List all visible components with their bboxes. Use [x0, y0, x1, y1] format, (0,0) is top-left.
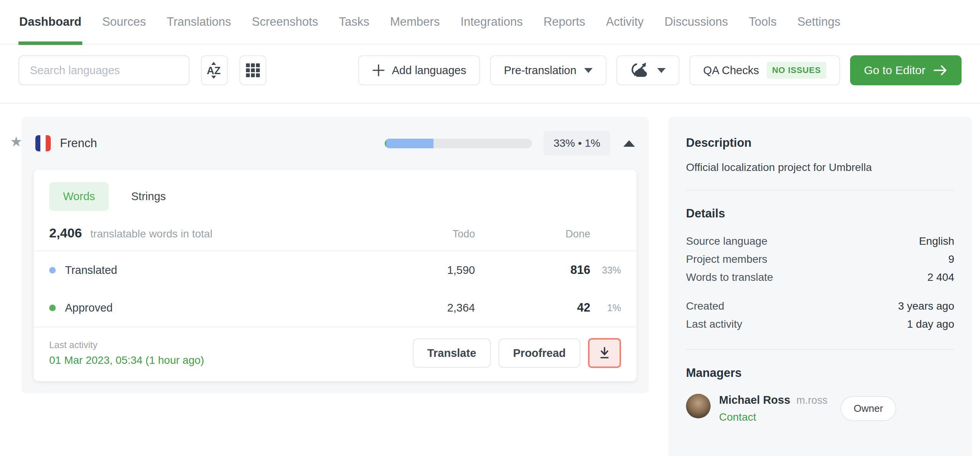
sort-alphabetical-button[interactable]: AZ	[201, 55, 228, 85]
progress-percent-chip: 33% • 1%	[543, 131, 610, 156]
stats-rows: Translated1,59081633%Approved2,364421%	[34, 251, 636, 327]
detail-row: Created3 years ago	[686, 297, 954, 315]
column-header-todo: Todo	[414, 228, 475, 240]
done-percent: 1%	[590, 302, 621, 313]
arrow-right-icon	[933, 65, 948, 76]
favorite-star-icon[interactable]: ★	[10, 134, 22, 150]
column-header-done: Done	[475, 228, 590, 240]
nav-tab-screenshots[interactable]: Screenshots	[251, 0, 319, 44]
nav-tab-tools[interactable]: Tools	[748, 0, 777, 44]
manager-name: Michael Ross	[719, 394, 790, 406]
az-sort-icon: AZ	[206, 61, 223, 79]
translate-button[interactable]: Translate	[413, 338, 491, 368]
todo-value: 1,590	[414, 264, 475, 277]
chevron-down-icon	[584, 68, 593, 73]
details-group-2: Created3 years agoLast activity1 day ago	[686, 297, 954, 333]
detail-label: Source language	[686, 235, 767, 247]
avatar	[686, 394, 711, 418]
language-name: French	[60, 136, 97, 150]
pre-translation-button[interactable]: Pre-translation	[490, 55, 606, 85]
nav-tab-tasks[interactable]: Tasks	[338, 0, 370, 44]
top-nav: DashboardSourcesTranslationsScreenshotsT…	[0, 0, 980, 45]
go-to-editor-label: Go to Editor	[864, 64, 925, 77]
detail-value: 3 years ago	[898, 300, 954, 312]
nav-tab-translations[interactable]: Translations	[166, 0, 232, 44]
project-info-panel: Description Official localization projec…	[668, 117, 972, 456]
stats-row: Translated1,59081633%	[34, 251, 636, 289]
detail-label: Created	[686, 300, 724, 312]
go-to-editor-button[interactable]: Go to Editor	[850, 55, 962, 85]
nav-tab-activity[interactable]: Activity	[605, 0, 644, 44]
toolbar: AZ Add languages Pre-translation	[18, 55, 962, 85]
total-words-number: 2,406	[49, 226, 82, 240]
language-row-header[interactable]: French 33% • 1%	[22, 117, 649, 170]
detail-row: Project members9	[686, 250, 954, 268]
detail-row: Source languageEnglish	[686, 232, 954, 250]
manager-info: Michael Ross m.ross Contact	[719, 394, 827, 423]
grid-view-icon	[246, 63, 260, 77]
description-text: Official localization project for Umbrel…	[686, 161, 954, 174]
download-button-highlighted[interactable]	[588, 338, 621, 368]
qa-checks-button[interactable]: QA Checks NO ISSUES	[689, 55, 840, 85]
nav-tab-members[interactable]: Members	[389, 0, 440, 44]
last-activity-label: Last activity	[49, 340, 204, 350]
details-group-1: Source languageEnglishProject members9Wo…	[686, 232, 954, 286]
status-label: Translated	[65, 264, 117, 277]
detail-label: Words to translate	[686, 271, 773, 284]
divider	[686, 349, 954, 350]
nav-tab-settings[interactable]: Settings	[797, 0, 841, 44]
total-words-caption: translatable words in total	[90, 228, 213, 240]
nav-tab-discussions[interactable]: Discussions	[664, 0, 729, 44]
manager-row: Michael Ross m.ross Contact Owner	[686, 394, 954, 423]
detail-value: 9	[948, 253, 954, 265]
detail-row: Last activity1 day ago	[686, 315, 954, 333]
done-percent: 33%	[590, 265, 621, 276]
detail-label: Project members	[686, 253, 767, 265]
france-flag-icon	[35, 135, 51, 151]
nav-tab-reports[interactable]: Reports	[543, 0, 586, 44]
details-title: Details	[686, 207, 954, 221]
managers-title: Managers	[686, 366, 954, 380]
tab-strings[interactable]: Strings	[131, 190, 166, 203]
qa-status-badge: NO ISSUES	[767, 62, 826, 79]
detail-label: Last activity	[686, 318, 742, 330]
detail-value: 2 404	[927, 271, 954, 284]
svg-text:AZ: AZ	[207, 65, 221, 76]
qa-checks-label: QA Checks	[703, 64, 759, 77]
grid-view-button[interactable]	[239, 55, 266, 85]
done-value: 42	[475, 301, 590, 315]
machine-translation-button[interactable]	[616, 55, 679, 85]
totals-header-row: 2,406 translatable words in total Todo D…	[34, 211, 636, 250]
language-card-french: French 33% • 1% Words Strings 2,406 tran…	[22, 117, 649, 393]
todo-value: 2,364	[414, 302, 475, 314]
units-toggle: Words Strings	[34, 170, 636, 211]
search-input[interactable]	[18, 55, 189, 85]
add-languages-button[interactable]: Add languages	[358, 55, 480, 85]
collapse-chevron-icon[interactable]	[623, 140, 635, 147]
translation-progress-bar	[385, 139, 532, 148]
description-title: Description	[686, 136, 954, 150]
owner-badge: Owner	[840, 396, 896, 421]
done-value: 816	[475, 263, 590, 277]
last-activity-block: Last activity 01 Mar 2023, 05:34 (1 hour…	[49, 340, 204, 366]
detail-row: Words to translate2 404	[686, 268, 954, 286]
status-dot	[49, 305, 56, 311]
stats-footer: Last activity 01 Mar 2023, 05:34 (1 hour…	[34, 327, 636, 381]
detail-value: English	[919, 235, 954, 247]
download-icon	[598, 346, 611, 360]
tab-words[interactable]: Words	[49, 182, 109, 211]
chevron-down-icon	[657, 68, 666, 73]
main-content: ★ French 33% • 1% Words Strings 2,406 tr…	[0, 104, 980, 446]
status-dot	[49, 267, 56, 274]
contact-link[interactable]: Contact	[719, 411, 827, 423]
divider	[686, 190, 954, 191]
proofread-button[interactable]: Proofread	[498, 338, 580, 368]
nav-tab-integrations[interactable]: Integrations	[460, 0, 523, 44]
manager-username: m.ross	[796, 395, 827, 406]
language-stats-card: Words Strings 2,406 translatable words i…	[34, 170, 636, 381]
pre-translation-label: Pre-translation	[504, 64, 576, 77]
nav-tab-sources[interactable]: Sources	[101, 0, 147, 44]
nav-tab-dashboard[interactable]: Dashboard	[18, 0, 82, 44]
last-activity-link[interactable]: 01 Mar 2023, 05:34 (1 hour ago)	[49, 354, 204, 366]
plus-icon	[372, 64, 385, 77]
